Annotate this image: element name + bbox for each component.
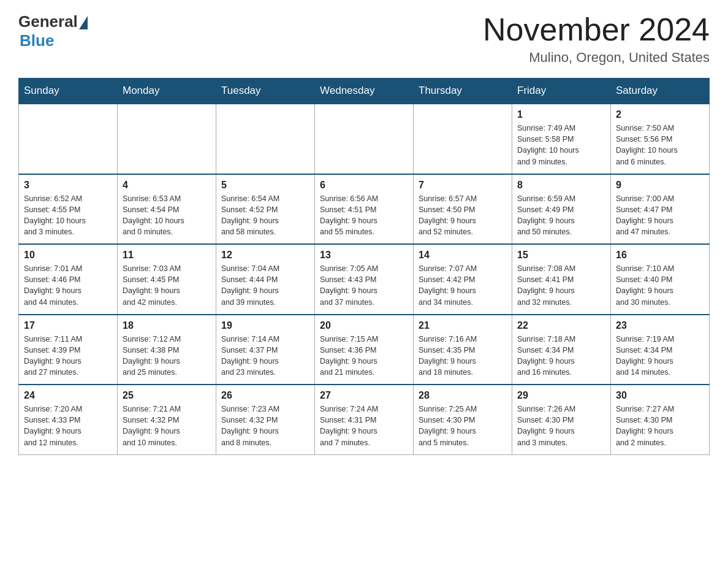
day-info: Sunrise: 6:52 AMSunset: 4:55 PMDaylight:… [24, 193, 112, 238]
day-info: Sunrise: 7:26 AMSunset: 4:30 PMDaylight:… [517, 404, 605, 448]
calendar-day-header-friday: Friday [512, 79, 611, 104]
month-title: November 2024 [483, 12, 710, 47]
calendar-day-cell: 14Sunrise: 7:07 AMSunset: 4:42 PMDayligh… [414, 244, 512, 315]
day-number: 20 [320, 320, 408, 331]
day-info: Sunrise: 7:08 AMSunset: 4:41 PMDaylight:… [517, 263, 605, 308]
calendar-day-cell [118, 104, 216, 174]
calendar-day-cell [216, 104, 315, 174]
day-number: 30 [616, 390, 704, 401]
calendar-day-header-thursday: Thursday [414, 79, 512, 104]
calendar-day-cell: 11Sunrise: 7:03 AMSunset: 4:45 PMDayligh… [118, 244, 216, 315]
calendar-day-cell: 20Sunrise: 7:15 AMSunset: 4:36 PMDayligh… [315, 315, 414, 385]
day-info: Sunrise: 6:59 AMSunset: 4:49 PMDaylight:… [517, 193, 605, 238]
logo-blue-text: Blue [20, 31, 54, 50]
day-number: 16 [616, 250, 704, 261]
day-number: 21 [419, 320, 507, 331]
calendar-day-header-wednesday: Wednesday [315, 79, 414, 104]
day-number: 23 [616, 320, 704, 331]
calendar-day-cell: 24Sunrise: 7:20 AMSunset: 4:33 PMDayligh… [19, 385, 118, 454]
calendar-day-cell: 5Sunrise: 6:54 AMSunset: 4:52 PMDaylight… [216, 174, 315, 245]
day-number: 27 [320, 390, 408, 401]
calendar-day-header-saturday: Saturday [611, 79, 710, 104]
day-info: Sunrise: 7:03 AMSunset: 4:45 PMDaylight:… [123, 263, 211, 308]
calendar-day-cell: 27Sunrise: 7:24 AMSunset: 4:31 PMDayligh… [315, 385, 414, 454]
day-number: 25 [123, 390, 211, 401]
calendar-day-cell: 19Sunrise: 7:14 AMSunset: 4:37 PMDayligh… [216, 315, 315, 385]
day-info: Sunrise: 7:20 AMSunset: 4:33 PMDaylight:… [24, 404, 112, 448]
day-info: Sunrise: 7:18 AMSunset: 4:34 PMDaylight:… [517, 334, 605, 378]
logo-general-text: General [18, 12, 78, 31]
location-title: Mulino, Oregon, United States [483, 50, 710, 66]
calendar-day-cell: 15Sunrise: 7:08 AMSunset: 4:41 PMDayligh… [512, 244, 611, 315]
day-info: Sunrise: 6:57 AMSunset: 4:50 PMDaylight:… [419, 193, 507, 238]
day-info: Sunrise: 6:54 AMSunset: 4:52 PMDaylight:… [221, 193, 309, 238]
day-number: 15 [517, 250, 605, 261]
calendar-day-header-tuesday: Tuesday [216, 79, 315, 104]
day-number: 22 [517, 320, 605, 331]
calendar-day-cell [414, 104, 512, 174]
day-info: Sunrise: 7:00 AMSunset: 4:47 PMDaylight:… [616, 193, 704, 238]
day-info: Sunrise: 7:24 AMSunset: 4:31 PMDaylight:… [320, 404, 408, 448]
calendar-day-cell: 8Sunrise: 6:59 AMSunset: 4:49 PMDaylight… [512, 174, 611, 245]
day-number: 4 [123, 180, 211, 191]
calendar-day-cell: 25Sunrise: 7:21 AMSunset: 4:32 PMDayligh… [118, 385, 216, 454]
day-info: Sunrise: 7:49 AMSunset: 5:58 PMDaylight:… [517, 123, 605, 167]
logo-triangle-icon [79, 16, 88, 29]
calendar-day-cell: 17Sunrise: 7:11 AMSunset: 4:39 PMDayligh… [19, 315, 118, 385]
calendar-day-cell: 10Sunrise: 7:01 AMSunset: 4:46 PMDayligh… [19, 244, 118, 315]
day-number: 28 [419, 390, 507, 401]
day-info: Sunrise: 7:07 AMSunset: 4:42 PMDaylight:… [419, 263, 507, 308]
page-header: General Blue November 2024 Mulino, Orego… [18, 12, 710, 66]
calendar-day-cell: 7Sunrise: 6:57 AMSunset: 4:50 PMDaylight… [414, 174, 512, 245]
calendar-day-cell: 29Sunrise: 7:26 AMSunset: 4:30 PMDayligh… [512, 385, 611, 454]
day-number: 8 [517, 180, 605, 191]
calendar-day-cell: 26Sunrise: 7:23 AMSunset: 4:32 PMDayligh… [216, 385, 315, 454]
day-number: 9 [616, 180, 704, 191]
calendar-day-cell: 22Sunrise: 7:18 AMSunset: 4:34 PMDayligh… [512, 315, 611, 385]
calendar-day-cell: 21Sunrise: 7:16 AMSunset: 4:35 PMDayligh… [414, 315, 512, 385]
calendar-day-cell: 3Sunrise: 6:52 AMSunset: 4:55 PMDaylight… [19, 174, 118, 245]
calendar-week-row: 17Sunrise: 7:11 AMSunset: 4:39 PMDayligh… [19, 315, 710, 385]
day-info: Sunrise: 6:53 AMSunset: 4:54 PMDaylight:… [123, 193, 211, 238]
day-number: 2 [616, 109, 704, 120]
calendar-day-header-sunday: Sunday [19, 79, 118, 104]
day-info: Sunrise: 7:15 AMSunset: 4:36 PMDaylight:… [320, 334, 408, 378]
day-info: Sunrise: 7:01 AMSunset: 4:46 PMDaylight:… [24, 263, 112, 308]
calendar-day-cell: 18Sunrise: 7:12 AMSunset: 4:38 PMDayligh… [118, 315, 216, 385]
calendar-day-cell: 12Sunrise: 7:04 AMSunset: 4:44 PMDayligh… [216, 244, 315, 315]
day-number: 1 [517, 109, 605, 120]
title-block: November 2024 Mulino, Oregon, United Sta… [483, 12, 710, 66]
day-number: 7 [419, 180, 507, 191]
day-info: Sunrise: 6:56 AMSunset: 4:51 PMDaylight:… [320, 193, 408, 238]
calendar-day-cell: 4Sunrise: 6:53 AMSunset: 4:54 PMDaylight… [118, 174, 216, 245]
calendar-day-cell [315, 104, 414, 174]
calendar-week-row: 10Sunrise: 7:01 AMSunset: 4:46 PMDayligh… [19, 244, 710, 315]
calendar-day-cell: 13Sunrise: 7:05 AMSunset: 4:43 PMDayligh… [315, 244, 414, 315]
calendar-day-cell: 1Sunrise: 7:49 AMSunset: 5:58 PMDaylight… [512, 104, 611, 174]
day-info: Sunrise: 7:19 AMSunset: 4:34 PMDaylight:… [616, 334, 704, 378]
day-number: 10 [24, 250, 112, 261]
day-info: Sunrise: 7:16 AMSunset: 4:35 PMDaylight:… [419, 334, 507, 378]
day-number: 11 [123, 250, 211, 261]
day-info: Sunrise: 7:23 AMSunset: 4:32 PMDaylight:… [221, 404, 309, 448]
day-info: Sunrise: 7:25 AMSunset: 4:30 PMDaylight:… [419, 404, 507, 448]
day-info: Sunrise: 7:14 AMSunset: 4:37 PMDaylight:… [221, 334, 309, 378]
calendar-day-cell: 6Sunrise: 6:56 AMSunset: 4:51 PMDaylight… [315, 174, 414, 245]
day-number: 6 [320, 180, 408, 191]
day-number: 18 [123, 320, 211, 331]
day-info: Sunrise: 7:27 AMSunset: 4:30 PMDaylight:… [616, 404, 704, 448]
calendar-day-cell: 2Sunrise: 7:50 AMSunset: 5:56 PMDaylight… [611, 104, 710, 174]
day-info: Sunrise: 7:11 AMSunset: 4:39 PMDaylight:… [24, 334, 112, 378]
day-number: 13 [320, 250, 408, 261]
calendar-table: SundayMondayTuesdayWednesdayThursdayFrid… [18, 78, 710, 455]
day-info: Sunrise: 7:50 AMSunset: 5:56 PMDaylight:… [616, 123, 704, 167]
calendar-day-cell: 9Sunrise: 7:00 AMSunset: 4:47 PMDaylight… [611, 174, 710, 245]
day-number: 29 [517, 390, 605, 401]
logo: General Blue [18, 12, 88, 50]
day-number: 26 [221, 390, 309, 401]
calendar-week-row: 3Sunrise: 6:52 AMSunset: 4:55 PMDaylight… [19, 174, 710, 245]
calendar-header-row: SundayMondayTuesdayWednesdayThursdayFrid… [19, 79, 710, 104]
calendar-day-cell: 23Sunrise: 7:19 AMSunset: 4:34 PMDayligh… [611, 315, 710, 385]
day-info: Sunrise: 7:10 AMSunset: 4:40 PMDaylight:… [616, 263, 704, 308]
calendar-week-row: 24Sunrise: 7:20 AMSunset: 4:33 PMDayligh… [19, 385, 710, 454]
